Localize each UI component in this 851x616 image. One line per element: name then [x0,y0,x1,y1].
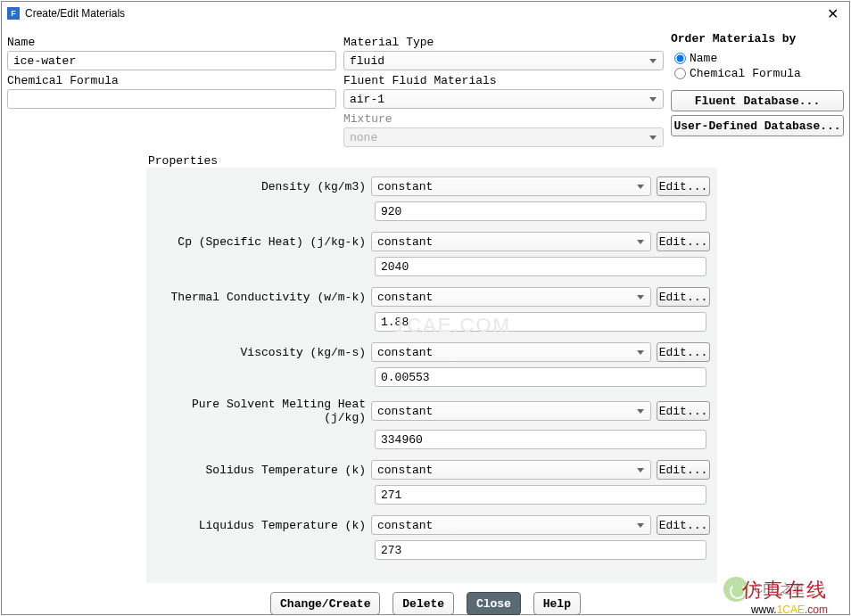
window-close-button[interactable]: ✕ [822,5,844,22]
material-type-select[interactable]: fluid [343,51,664,70]
prop-edit-button[interactable]: Edit... [657,515,710,535]
prop-method-select[interactable]: constant [371,515,651,535]
prop-edit-button[interactable]: Edit... [657,287,710,307]
delete-button[interactable]: Delete [392,592,454,615]
prop-label: Viscosity (kg/m-s) [153,346,366,359]
prop-value-input[interactable] [375,485,706,505]
order-name-label: Name [690,52,717,65]
mixture-label: Mixture [343,112,664,126]
window-title: Create/Edit Materials [25,7,822,20]
prop-label: Density (kg/m3) [153,180,366,193]
prop-edit-button[interactable]: Edit... [657,232,710,251]
prop-value-input[interactable] [375,540,706,560]
change-create-button[interactable]: Change/Create [270,592,380,615]
prop-label: Thermal Conductivity (w/m-k) [153,291,366,304]
help-button[interactable]: Help [533,592,581,615]
prop-value-input[interactable] [375,201,706,221]
prop-method-select[interactable]: constant [371,460,651,480]
prop-method-select[interactable]: constant [371,177,651,196]
prop-label: Solidus Temperature (k) [153,464,366,477]
formula-input[interactable] [7,89,336,109]
prop-value-input[interactable] [375,367,706,387]
prop-value-input[interactable] [375,257,706,276]
order-name-radio-row[interactable]: Name [674,51,844,66]
fluid-materials-select[interactable]: air-1 [343,89,664,109]
prop-value-input[interactable] [375,312,706,332]
user-database-button[interactable]: User-Defined Database... [671,115,844,136]
order-name-radio[interactable] [674,53,686,64]
prop-method-select[interactable]: constant [371,232,651,251]
prop-method-select[interactable]: constant [371,287,651,307]
prop-edit-button[interactable]: Edit... [657,460,710,480]
prop-edit-button[interactable]: Edit... [657,342,710,362]
material-type-label: Material Type [343,36,664,49]
properties-legend: Properties [146,154,717,168]
order-formula-radio[interactable] [674,68,686,79]
order-formula-label: Chemical Formula [690,67,801,80]
order-formula-radio-row[interactable]: Chemical Formula [674,66,844,81]
prop-value-input[interactable] [375,430,706,449]
prop-method-select[interactable]: constant [371,401,651,421]
prop-edit-button[interactable]: Edit... [657,401,710,421]
watermark-site: 仿真在线 www.1CAE.com [742,577,828,616]
mixture-select: none [343,127,664,147]
close-button[interactable]: Close [467,592,521,615]
name-input[interactable] [7,51,336,70]
fluent-database-button[interactable]: Fluent Database... [671,90,844,111]
prop-method-select[interactable]: constant [371,342,651,362]
app-icon: F [7,7,20,20]
prop-label: Cp (Specific Heat) (j/kg-k) [153,235,366,249]
prop-edit-button[interactable]: Edit... [657,177,710,196]
prop-label: Pure Solvent Melting Heat (j/kg) [153,398,366,424]
order-heading: Order Materials by [671,32,844,45]
formula-label: Chemical Formula [7,74,336,87]
fluid-materials-label: Fluent Fluid Materials [343,74,664,87]
prop-label: Liquidus Temperature (k) [153,519,366,532]
name-label: Name [7,36,336,49]
